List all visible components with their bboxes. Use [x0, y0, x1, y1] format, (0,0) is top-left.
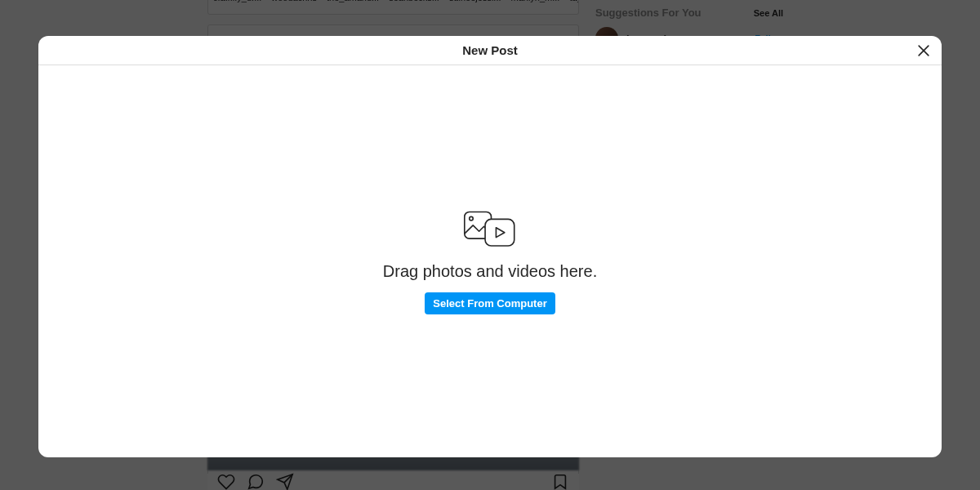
- modal-title: New Post: [462, 43, 518, 57]
- close-icon: [915, 42, 932, 59]
- new-post-modal: New Post Drag photos and videos here. Se…: [38, 36, 942, 457]
- svg-rect-6: [485, 219, 514, 246]
- select-from-computer-button[interactable]: Select From Computer: [425, 292, 555, 314]
- media-placeholder-icon: [461, 208, 519, 251]
- close-button[interactable]: [914, 41, 933, 60]
- modal-header: New Post: [38, 36, 942, 65]
- drag-instruction-text: Drag photos and videos here.: [383, 262, 597, 281]
- modal-body[interactable]: Drag photos and videos here. Select From…: [38, 65, 942, 457]
